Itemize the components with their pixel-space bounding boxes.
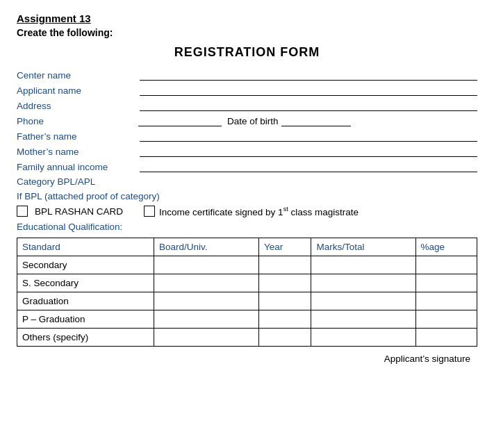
table-row: Graduation bbox=[17, 292, 477, 310]
table-cell bbox=[311, 310, 415, 328]
dob-label: Date of birth bbox=[227, 116, 279, 126]
table-cell bbox=[154, 310, 258, 328]
mother-name-row: Mother’s name bbox=[17, 146, 477, 157]
table-cell bbox=[311, 256, 415, 274]
address-line bbox=[140, 100, 477, 111]
table-header-row: Standard Board/Univ. Year Marks/Total %a… bbox=[17, 238, 477, 256]
mother-name-line bbox=[140, 146, 477, 157]
center-name-line bbox=[140, 69, 477, 81]
father-name-label: Father’s name bbox=[17, 131, 138, 142]
family-income-label: Family annual income bbox=[17, 162, 138, 172]
bpl-rashan-label: BPL RASHAN CARD bbox=[35, 206, 123, 217]
income-cert-label: Income certificate signed by 1st class m… bbox=[159, 206, 359, 217]
phone-line bbox=[138, 115, 222, 126]
table-cell bbox=[415, 292, 477, 310]
applicant-name-line bbox=[140, 85, 477, 96]
table-cell bbox=[415, 310, 477, 328]
col-marks: Marks/Total bbox=[311, 238, 415, 256]
table-cell bbox=[415, 256, 477, 274]
table-cell bbox=[154, 274, 258, 292]
assignment-title: Assignment 13 bbox=[17, 13, 477, 24]
table-cell bbox=[154, 256, 258, 274]
dob-line bbox=[281, 115, 351, 126]
table-cell bbox=[258, 274, 311, 292]
col-standard: Standard bbox=[17, 238, 154, 256]
center-name-label: Center name bbox=[17, 70, 138, 81]
table-cell bbox=[311, 274, 415, 292]
table-cell: S. Secondary bbox=[17, 274, 154, 292]
form-title: REGISTRATION FORM bbox=[17, 45, 477, 60]
table-row: Others (specify) bbox=[17, 328, 477, 346]
father-name-line bbox=[140, 131, 477, 142]
col-year: Year bbox=[258, 238, 311, 256]
phone-dob-row: Phone Date of birth bbox=[17, 115, 477, 126]
if-bpl-label: If BPL (attached proof of category) bbox=[17, 191, 160, 201]
signature-row: Applicant’s signature bbox=[17, 354, 477, 364]
income-cert-checkbox[interactable] bbox=[144, 206, 155, 217]
table-cell: Graduation bbox=[17, 292, 154, 310]
income-cert-group: Income certificate signed by 1st class m… bbox=[144, 206, 359, 217]
category-row: Category BPL/APL bbox=[17, 176, 477, 187]
phone-label: Phone bbox=[17, 116, 138, 126]
col-pct: %age bbox=[415, 238, 477, 256]
table-row: P – Graduation bbox=[17, 310, 477, 328]
mother-name-label: Mother’s name bbox=[17, 147, 138, 157]
table-cell bbox=[311, 292, 415, 310]
checkbox-row: BPL RASHAN CARD Income certificate signe… bbox=[17, 206, 477, 217]
bpl-rashan-checkbox[interactable] bbox=[17, 206, 28, 217]
table-cell bbox=[154, 328, 258, 346]
table-cell bbox=[258, 310, 311, 328]
applicant-name-row: Applicant name bbox=[17, 85, 477, 96]
address-row: Address bbox=[17, 100, 477, 111]
family-income-row: Family annual income bbox=[17, 161, 477, 172]
table-row: S. Secondary bbox=[17, 274, 477, 292]
table-cell: P – Graduation bbox=[17, 310, 154, 328]
col-board: Board/Univ. bbox=[154, 238, 258, 256]
applicant-name-label: Applicant name bbox=[17, 85, 138, 96]
table-row: Secondary bbox=[17, 256, 477, 274]
family-income-line bbox=[140, 161, 477, 172]
table-cell: Others (specify) bbox=[17, 328, 154, 346]
table-cell bbox=[311, 328, 415, 346]
table-cell bbox=[415, 328, 477, 346]
table-cell bbox=[258, 256, 311, 274]
father-name-row: Father’s name bbox=[17, 131, 477, 142]
create-label: Create the following: bbox=[17, 27, 477, 38]
eq-label: Educational Qualification: bbox=[17, 222, 477, 232]
center-name-row: Center name bbox=[17, 69, 477, 81]
signature-label: Applicant’s signature bbox=[384, 354, 470, 364]
table-cell: Secondary bbox=[17, 256, 154, 274]
table-cell bbox=[258, 328, 311, 346]
category-label: Category BPL/APL bbox=[17, 176, 138, 187]
address-label: Address bbox=[17, 101, 138, 111]
table-cell bbox=[415, 274, 477, 292]
qualification-table: Standard Board/Univ. Year Marks/Total %a… bbox=[17, 238, 477, 347]
table-cell bbox=[154, 292, 258, 310]
if-bpl-row: If BPL (attached proof of category) bbox=[17, 191, 477, 201]
table-cell bbox=[258, 292, 311, 310]
